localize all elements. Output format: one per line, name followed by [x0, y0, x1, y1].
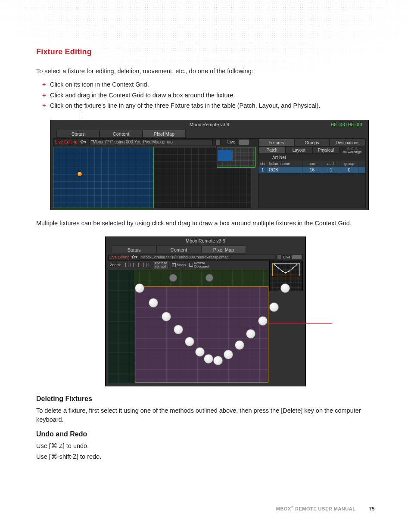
svg-point-1	[278, 268, 279, 269]
checkbox-icon	[172, 263, 176, 267]
page-footer: MBOX® REMOTE USER MANUAL 75	[0, 506, 375, 511]
screenshot-mbox-pixelmap-1: Mbox Remote v3.9 00:00:00:00 Status Cont…	[50, 120, 369, 210]
fixture-dot[interactable]	[280, 283, 290, 293]
snap-checkbox[interactable]: Snap	[172, 263, 186, 267]
fixture-dot[interactable]	[135, 283, 144, 293]
cell-name: RGB	[267, 167, 302, 173]
th-ctx: ctx	[258, 161, 267, 167]
tab-content[interactable]: Content	[156, 246, 201, 253]
pixelmap-path-field[interactable]: "Mbox 777" using 000.YourPixelMap.pmap	[89, 139, 213, 145]
page-number: 75	[369, 506, 375, 511]
zoom-to-context-button[interactable]: zoom to context	[154, 261, 168, 269]
window-title: Mbox Remote v3.9	[106, 238, 305, 243]
svg-point-4	[288, 271, 290, 272]
panel-tab-destinations[interactable]: Destinations	[330, 139, 365, 146]
svg-point-0	[274, 264, 275, 265]
fixture-dot[interactable]	[195, 347, 205, 357]
subtab-patch[interactable]: Patch	[258, 146, 286, 154]
instruction-item: Click and drag in the Context Grid to dr…	[42, 90, 375, 101]
timecode-display: 00:00:00:00	[331, 122, 362, 128]
th-univ: univ	[302, 161, 322, 167]
live-indicator-icon[interactable]	[239, 140, 249, 145]
fixture-marker-icon[interactable]	[78, 172, 82, 176]
th-addr: addr	[322, 161, 340, 167]
fixture-table-row[interactable]: 1 RGB 16 1 0	[258, 167, 365, 173]
context-selected-area[interactable]	[53, 147, 154, 208]
th-group: group	[340, 161, 358, 167]
fixture-dot[interactable]	[204, 354, 213, 364]
stepper-control[interactable]	[277, 255, 281, 260]
tab-status[interactable]: Status	[112, 246, 156, 253]
stepper-control[interactable]	[215, 139, 221, 145]
zoom-label: Zoom:	[110, 263, 121, 267]
fixture-table-header: ctx fixture name univ addr group	[258, 161, 365, 167]
svg-point-6	[296, 264, 298, 265]
checkbox-icon	[189, 263, 193, 267]
pixelmap-path-field[interactable]: "MboxExtreme777 (2)" using 000.YourPixel…	[140, 255, 276, 260]
fixture-dot[interactable]	[258, 316, 268, 326]
fixtures-panel: Fixtures Groups Destinations Patch Layou…	[258, 138, 366, 208]
window-title: Mbox Remote v3.9	[50, 122, 368, 127]
fixture-dot[interactable]	[162, 312, 171, 321]
svg-point-5	[292, 268, 293, 269]
main-tabs: Status Content Pixel Map	[56, 130, 186, 138]
cell-group: 0	[340, 167, 358, 173]
fixture-dot[interactable]	[224, 350, 233, 359]
instruction-item: Click on its icon in the Context Grid.	[42, 79, 375, 90]
live-editing-label: Live Editing	[55, 140, 78, 144]
intro-paragraph: To select a fixture for editing, deletio…	[36, 67, 375, 76]
subsection-heading-deleting: Deleting Fixtures	[36, 395, 375, 403]
grey-fixture-dot[interactable]	[206, 274, 213, 282]
tab-pixel-map[interactable]: Pixel Map	[143, 130, 186, 138]
cell-univ: 16	[302, 167, 322, 173]
undo-paragraph: Use [⌘ Z] to undo.	[36, 442, 375, 451]
live-toggle-label: Live	[283, 255, 290, 259]
multi-select-paragraph: Multiple fixtures can be selected by usi…	[36, 219, 375, 228]
subtab-physical[interactable]: Physical	[312, 146, 339, 154]
gear-dropdown-icon[interactable]: ✿▾	[80, 139, 87, 145]
cell-ctx: 1	[258, 167, 267, 173]
gear-dropdown-icon[interactable]: ✿▾	[131, 254, 138, 260]
grey-fixture-dot[interactable]	[169, 274, 177, 282]
footer-brand: MBOX® REMOTE USER MANUAL	[276, 506, 355, 511]
reveal-obscured-checkbox[interactable]: Reveal Obscured	[189, 261, 209, 268]
fixture-dot[interactable]	[213, 356, 223, 365]
warnings-status: ⚠ ⚠ ⚠no warnings	[339, 146, 366, 154]
th-fixture-name: fixture name	[267, 161, 302, 167]
deleting-paragraph: To delete a fixture, first select it usi…	[36, 406, 375, 424]
cell-addr: 1	[322, 167, 340, 173]
tab-status[interactable]: Status	[56, 130, 100, 138]
redo-paragraph: Use [⌘-shift-Z] to redo.	[36, 452, 375, 461]
snap-label: Snap	[177, 263, 186, 267]
fixture-dot[interactable]	[235, 340, 244, 350]
svg-point-3	[285, 272, 286, 274]
panel-tab-groups[interactable]: Groups	[294, 139, 330, 146]
instruction-list: Click on its icon in the Context Grid. C…	[42, 79, 375, 111]
fixture-dot[interactable]	[246, 329, 255, 339]
section-heading-fixture-editing: Fixture Editing	[36, 47, 375, 56]
live-toggle-label: Live	[227, 140, 235, 144]
fixture-dot[interactable]	[149, 298, 158, 308]
minimap-thumbnail[interactable]	[217, 147, 255, 168]
reveal-obscured-label: Reveal Obscured	[194, 261, 209, 268]
subtab-layout[interactable]: Layout	[286, 146, 313, 154]
svg-point-2	[282, 271, 283, 272]
selection-box[interactable]	[135, 286, 268, 383]
tab-content[interactable]: Content	[100, 130, 143, 138]
zoom-slider[interactable]	[125, 263, 149, 267]
callout-line	[268, 323, 332, 324]
fixture-dot[interactable]	[185, 337, 194, 346]
instruction-item: Click on the fixture's line in any of th…	[42, 100, 375, 111]
subsection-heading-undo-redo: Undo and Redo	[36, 430, 375, 438]
live-editing-label: Live Editing	[109, 255, 130, 259]
fixture-dot[interactable]	[269, 302, 279, 312]
live-indicator-icon[interactable]	[292, 255, 302, 259]
fixture-dot[interactable]	[174, 325, 183, 334]
artnet-label: Art-Net	[258, 154, 365, 161]
no-warnings-label: no warnings	[343, 150, 361, 154]
toolbar: Live Editing ✿▾ "MboxExtreme777 (2)" usi…	[108, 254, 303, 261]
screenshot-mbox-pixelmap-2: Mbox Remote v3.9 Status Content Pixel Ma…	[105, 236, 306, 386]
panel-tab-fixtures[interactable]: Fixtures	[258, 139, 294, 146]
tab-pixel-map[interactable]: Pixel Map	[201, 246, 246, 253]
context-grid-dark-strip	[108, 270, 134, 383]
